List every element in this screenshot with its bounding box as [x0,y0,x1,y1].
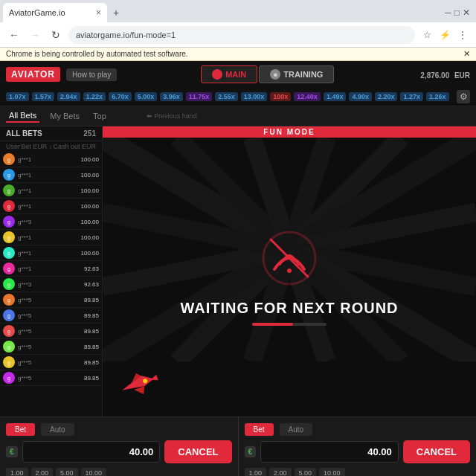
avatar: g [3,184,15,196]
table-row: g g***1 100.00 [0,152,102,167]
bet-amount: 89.85 [84,297,99,303]
col-cashout: Cash out EUR [53,143,96,150]
currency-badge-1: € [6,446,18,457]
fun-mode-bar: FUN MODE [103,126,476,138]
bookmark-icon[interactable]: ☆ [419,28,434,42]
tab-my-bets[interactable]: My Bets [47,110,83,122]
bet-username: g***5 [18,375,81,382]
settings-icon[interactable]: ⚙ [457,90,470,103]
table-row: g g***1 100.00 [0,230,102,245]
bet-username: g***1 [18,187,78,194]
quick-amounts-2: 1.00 2.00 5.00 10.00 [245,468,471,476]
quick-btn-2-2[interactable]: 2.00 [269,468,292,476]
address-text: aviatorgame.io/fun-mode=1 [76,30,176,39]
tab-close-icon[interactable]: × [96,7,101,18]
quick-btn-1-2[interactable]: 2.00 [31,468,54,476]
automation-close[interactable]: ✕ [463,49,470,59]
bet-amount-input-2[interactable] [260,441,399,463]
how-to-play-button[interactable]: How to play [66,68,117,81]
waiting-icon [260,228,319,291]
quick-btn-2-1[interactable]: 1.00 [245,468,267,476]
forward-button[interactable]: → [27,27,43,43]
extensions-icon[interactable]: ⚡ [437,28,452,42]
table-row: g g***5 89.85 [0,308,102,324]
bet-amount: 89.85 [84,359,99,366]
avatar: g [3,278,15,290]
bet-button-1[interactable]: Bet [6,423,35,436]
bet-amount-input-1[interactable] [22,441,161,463]
mult-10: 13.00x [241,92,268,101]
panel1-input-row: € CANCEL [6,440,232,463]
currency-badge-2: € [245,446,257,457]
all-bets-label: ALL BETS [6,129,42,138]
bet-username: g***1 [18,172,78,178]
window-close-icon[interactable]: ✕ [463,7,470,18]
quick-btn-1-3[interactable]: 5.00 [56,468,78,476]
mult-2: 1.57x [32,92,55,101]
mult-16: 1.27x [400,92,423,101]
table-row: g g***5 89.85 [0,324,102,339]
quick-amounts-1: 1.00 2.00 5.00 10.00 [6,468,232,476]
reload-button[interactable]: ↻ [48,27,64,43]
auto-button-2[interactable]: Auto [280,423,313,436]
menu-icon[interactable]: ⋮ [455,28,470,42]
main-icon: ● [212,69,222,80]
avatar: g [3,231,15,243]
tab-top[interactable]: Top [90,110,109,122]
table-row: g g***1 100.00 [0,199,102,214]
automation-text: Chrome is being controlled by automated … [6,50,188,58]
cancel-button-1[interactable]: CANCEL [164,440,231,463]
bet-controls: Bet Auto € CANCEL 1.00 2.00 5.00 10.00 B… [0,416,476,476]
tab-all-bets[interactable]: All Bets [6,109,39,123]
main-button[interactable]: ● MAIN [201,65,257,83]
bet-username: g***5 [18,344,81,350]
quick-btn-2-3[interactable]: 5.00 [295,468,317,476]
bet-username: g***1 [18,156,78,163]
table-row: g g***5 89.85 [0,339,102,355]
previous-hand-btn[interactable]: ⬅ Previous hand [147,112,197,120]
bet-amount: 100.00 [81,187,99,194]
address-bar[interactable]: aviatorgame.io/fun-mode=1 [68,26,415,44]
bet-username: g***1 [18,234,78,241]
table-row: g g***5 89.85 [0,355,102,370]
quick-btn-1-4[interactable]: 10.00 [81,468,107,476]
bet-username: g***3 [18,281,81,288]
cancel-button-2[interactable]: CANCEL [403,440,470,463]
bet-amount: 100.00 [81,172,99,178]
mult-13: 1.49x [324,92,347,101]
avatar: g [3,356,15,368]
app-logo: Aviator [6,67,60,82]
bet-button-2[interactable]: Bet [245,423,274,436]
browser-tab[interactable]: AviatorGame.io × [3,3,107,22]
avatar: g [3,247,15,259]
balance-currency: EUR [454,71,470,80]
maximize-icon[interactable]: □ [454,7,460,18]
avatar: g [3,153,15,165]
back-button[interactable]: ← [6,27,22,43]
left-panel: ALL BETS 251 User Bet EUR ↓ Cash out EUR… [0,126,103,416]
mult-6: 5.00x [135,92,158,101]
minimize-icon[interactable]: ─ [445,7,451,18]
mult-14: 4.90x [349,92,372,101]
quick-btn-2-4[interactable]: 10.00 [319,468,345,476]
training-icon: ● [270,69,280,80]
panel2-header: Bet Auto [245,423,471,436]
waiting-text: WAITING FOR NEXT ROUND [180,300,398,317]
auto-button-1[interactable]: Auto [41,423,74,436]
table-row: g g***5 89.85 [0,370,102,386]
bets-count: 251 [83,129,96,138]
plane-image [118,369,162,402]
mult-8: 11.75x [186,92,213,101]
browser-controls: ← → ↻ aviatorgame.io/fun-mode=1 ☆ ⚡ ⋮ [0,22,476,48]
tab-bar: AviatorGame.io × + ─ □ ✕ [0,0,476,22]
avatar: g [3,169,15,181]
bets-table-header: User Bet EUR ↓ Cash out EUR [0,141,102,152]
bet-amount: 92.63 [84,281,99,288]
game-canvas: WAITING FOR NEXT ROUND [103,138,476,416]
bet-amount: 92.63 [84,266,99,272]
quick-btn-1-1[interactable]: 1.00 [6,468,28,476]
browser-icons: ☆ ⚡ ⋮ [419,28,470,42]
mult-1: 1.07x [6,92,29,101]
new-tab-icon[interactable]: + [113,7,119,19]
training-button[interactable]: ● TRAINING [259,65,334,83]
